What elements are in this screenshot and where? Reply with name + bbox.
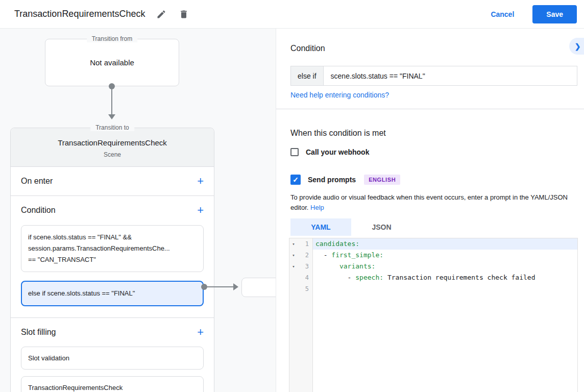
tab-json[interactable]: JSON: [351, 218, 412, 236]
yaml-value: Transaction requirements check failed: [383, 274, 535, 281]
condition-editor-panel: Condition ❯ else if Need help entering c…: [276, 29, 584, 392]
chevron-right-icon: ❯: [575, 42, 581, 51]
code-line: [313, 283, 577, 295]
yaml-key: variants:: [339, 262, 375, 270]
code-text: -: [315, 251, 331, 259]
webhook-row: Call your webhook: [290, 148, 369, 156]
on-enter-label: On enter: [21, 177, 53, 186]
divider: [276, 109, 584, 109]
condition-section: Condition + if scene.slots.status == "FI…: [11, 196, 214, 317]
send-prompts-checkbox[interactable]: ✓: [290, 175, 301, 185]
top-bar: TransactionRequirementsCheck Cancel Save: [0, 0, 584, 29]
gutter-row: ▾ 2: [289, 250, 312, 261]
fold-arrow-icon[interactable]: ▾: [289, 264, 298, 269]
condition-card-else-if-selected[interactable]: else if scene.slots.status == "FINAL": [21, 281, 204, 306]
add-slot-icon[interactable]: +: [197, 327, 204, 337]
else-if-prefix-label: else if: [290, 66, 323, 86]
line-number: 5: [298, 285, 312, 292]
send-prompts-row: ✓ Send prompts ENGLISH: [290, 175, 400, 185]
connector-line: [111, 86, 112, 115]
yaml-key: first_simple:: [331, 251, 383, 259]
save-button[interactable]: Save: [532, 5, 577, 23]
condition-panel-heading: Condition: [290, 44, 325, 53]
transition-to-node: Transition to TransactionRequirementsChe…: [10, 128, 214, 392]
line-number: 3: [298, 263, 312, 270]
line-number: 2: [298, 252, 312, 259]
conditions-help-link[interactable]: Need help entering conditions?: [290, 91, 389, 99]
yaml-code-editor[interactable]: ▾ 1 ▾ 2 ▾ 3 4 5 candidates: - first_sim: [289, 238, 578, 392]
code-line: - first_simple:: [313, 250, 577, 261]
code-line: candidates:: [313, 238, 577, 250]
editor-code-area[interactable]: candidates: - first_simple: variants: - …: [313, 238, 577, 392]
connector-arrowhead-icon: [108, 114, 115, 119]
prompts-description-text: To provide audio or visual feedback when…: [290, 193, 568, 211]
transition-from-label: Transition from: [87, 35, 138, 42]
add-condition-icon[interactable]: +: [197, 205, 204, 215]
condition-connector-line: [206, 286, 234, 287]
scene-name: TransactionRequirementsCheck: [11, 138, 214, 147]
page-title: TransactionRequirementsCheck: [14, 9, 145, 19]
add-on-enter-icon[interactable]: +: [197, 176, 204, 186]
prompts-help-link[interactable]: Help: [310, 204, 324, 211]
gutter-row: 4: [289, 272, 312, 283]
line-number: 4: [298, 274, 312, 281]
code-line: variants:: [313, 261, 577, 272]
call-webhook-checkbox[interactable]: [290, 148, 299, 156]
checkmark-icon: ✓: [293, 176, 299, 184]
delete-icon[interactable]: [178, 8, 190, 20]
editor-format-tabs: YAML JSON: [290, 218, 412, 236]
condition-section-header: Condition +: [11, 196, 214, 225]
fold-arrow-icon[interactable]: ▾: [289, 253, 298, 258]
edit-icon[interactable]: [155, 8, 167, 20]
yaml-key: candidates:: [315, 240, 359, 248]
condition-connector-arrowhead-icon: [233, 283, 238, 290]
condition-input-group: else if: [290, 66, 577, 86]
when-met-heading: When this condition is met: [290, 129, 386, 138]
condition-card-if[interactable]: if scene.slots.status == "FINAL" && sess…: [21, 225, 204, 272]
scene-card-header[interactable]: TransactionRequirementsCheck Scene: [11, 128, 214, 167]
slot-validation-card[interactable]: Slot validation: [21, 347, 204, 370]
slot-filling-label: Slot filling: [21, 328, 56, 337]
topbar-actions: Cancel Save: [491, 5, 577, 23]
fold-arrow-icon[interactable]: ▾: [289, 241, 298, 247]
scene-type: Scene: [11, 151, 214, 158]
scene-flow-canvas: Transition from Not available Transition…: [0, 29, 276, 392]
on-enter-section: On enter +: [11, 167, 214, 195]
collapse-panel-button[interactable]: ❯: [569, 38, 584, 55]
language-badge: ENGLISH: [364, 175, 400, 185]
gutter-row: 5: [289, 283, 312, 295]
yaml-key: speech:: [355, 274, 383, 281]
line-number: 1: [298, 240, 312, 248]
transition-to-label: Transition to: [90, 124, 134, 131]
slot-filling-section-header: Slot filling +: [11, 318, 214, 347]
condition-target-node[interactable]: [241, 278, 276, 297]
prompts-description: To provide audio or visual feedback when…: [290, 192, 582, 213]
slot-filling-section: Slot filling + Slot validation Transacti…: [11, 318, 214, 392]
condition-label: Condition: [21, 206, 56, 215]
send-prompts-label: Send prompts: [308, 176, 356, 184]
editor-gutter: ▾ 1 ▾ 2 ▾ 3 4 5: [289, 238, 313, 392]
transition-from-node[interactable]: Transition from Not available: [45, 39, 179, 86]
gutter-row: ▾ 1: [289, 238, 312, 250]
code-line: - speech: Transaction requirements check…: [313, 272, 577, 283]
gutter-row: ▾ 3: [289, 261, 312, 272]
slot-transaction-card[interactable]: TransactionRequirementsCheck: [21, 376, 204, 392]
cancel-button[interactable]: Cancel: [491, 10, 514, 18]
code-text: [315, 262, 339, 270]
tab-yaml[interactable]: YAML: [290, 218, 351, 236]
condition-expression-input[interactable]: [323, 66, 577, 86]
code-text: -: [315, 274, 355, 281]
transition-from-content: Not available: [90, 58, 134, 67]
call-webhook-label: Call your webhook: [306, 148, 369, 156]
